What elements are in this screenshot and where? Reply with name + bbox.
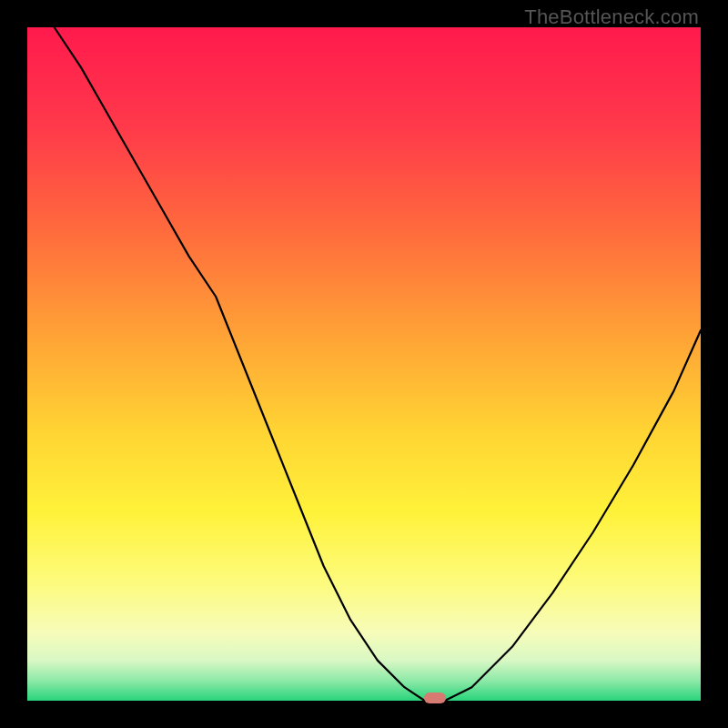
chart-container: TheBottleneck.com: [0, 0, 728, 728]
gradient-background: [27, 27, 701, 701]
optimal-marker: [424, 693, 446, 703]
plot-area: [27, 27, 701, 701]
svg-rect-0: [27, 27, 701, 701]
watermark-label: TheBottleneck.com: [524, 5, 699, 29]
